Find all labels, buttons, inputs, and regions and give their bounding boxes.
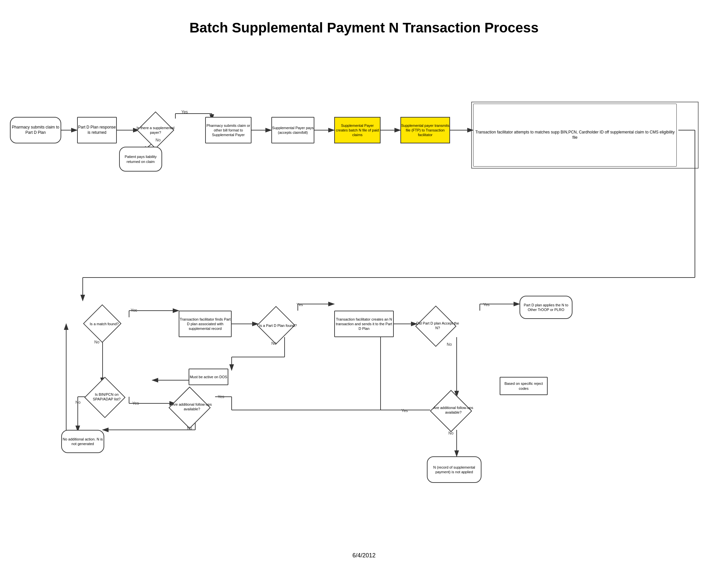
tf-finds-node: Transaction facilitator finds Part D pla… xyxy=(179,311,232,337)
part-d-response-node: Part D Plan response is returned xyxy=(77,117,117,143)
date-footer: 6/4/2012 xyxy=(0,552,728,559)
is-bin-pcn-label: Is BIN/PCN on SPAP/ADAP list? xyxy=(84,392,129,402)
pharmacy-start-node: Pharmacy submits claim to Part D Plan xyxy=(10,117,61,143)
supp-payer-pays-label: Supplemental Payer pays (accepts claim/b… xyxy=(272,125,314,135)
yes-label-supp: Yes xyxy=(181,110,188,114)
is-match-label: Is a match found? xyxy=(90,322,118,326)
patient-pays-node: Patient pays liability returned on claim xyxy=(119,147,162,171)
based-on-label: Based on specific reject codes xyxy=(500,381,547,391)
no-label-fu1: No xyxy=(187,426,192,431)
did-part-d-label: Did Part D plan Accept the N? xyxy=(415,321,460,331)
tf-creates-node: Transaction facilitator creates an N tra… xyxy=(334,311,394,337)
are-follow-ups-1-node: Are additional follow-ups available? xyxy=(169,390,215,423)
must-be-active-label: Must be active on DOS xyxy=(190,375,227,379)
is-part-d-node: Is a Part D Plan found? xyxy=(256,309,299,342)
page-title: Batch Supplemental Payment N Transaction… xyxy=(0,0,728,46)
supp-transmits-node: Supplemental payer transmits file (FTP) … xyxy=(400,117,450,143)
no-label-fu2: No xyxy=(448,431,453,436)
are-follow-ups-2-node: Are additional follow-ups available? xyxy=(430,394,477,427)
is-supplemental-node: Is there a supplemental payer? xyxy=(136,115,175,145)
yes-label-did: Yes xyxy=(483,303,490,307)
part-d-applies-node: Part D plan applies the N to Other TrOOP… xyxy=(520,296,572,319)
patient-pays-label: Patient pays liability returned on claim xyxy=(120,154,161,164)
part-d-applies-label: Part D plan applies the N to Other TrOOP… xyxy=(520,303,572,312)
is-supplemental-label: Is there a supplemental payer? xyxy=(136,125,175,135)
must-be-active-node: Must be active on DOS xyxy=(189,369,228,385)
no-additional-node: No additional action. N is not generated xyxy=(61,430,104,453)
part-d-response-label: Part D Plan response is returned xyxy=(78,125,116,135)
no-label-bin: No xyxy=(75,400,80,405)
based-on-node: Based on specific reject codes xyxy=(500,377,548,395)
is-bin-pcn-node: Is BIN/PCN on SPAP/ADAP list? xyxy=(84,380,129,413)
yes-label-fu2: Yes xyxy=(401,408,408,413)
supp-creates-label: Supplemental Payer creates batch N file … xyxy=(335,123,380,137)
tf-finds-label: Transaction facilitator finds Part D pla… xyxy=(179,317,231,331)
tf-attempts-label: Transaction facilitator attempts to matc… xyxy=(474,130,676,140)
no-label-match: No xyxy=(94,340,99,345)
no-label-did: No xyxy=(447,342,452,347)
pharmacy-submits-node: Pharmacy submits claim or other bill for… xyxy=(205,117,251,143)
are-follow-ups-1-label: Are additional follow-ups available? xyxy=(169,402,215,412)
supp-creates-node: Supplemental Payer creates batch N file … xyxy=(334,117,381,143)
tf-creates-label: Transaction facilitator creates an N tra… xyxy=(335,317,393,331)
is-part-d-label: Is a Part D Plan found? xyxy=(259,323,297,328)
pharmacy-submits-label: Pharmacy submits claim or other bill for… xyxy=(206,123,251,137)
pharmacy-start-label: Pharmacy submits claim to Part D Plan xyxy=(11,125,61,135)
tf-attempts-node: Transaction facilitator attempts to matc… xyxy=(473,104,677,166)
supp-payer-pays-node: Supplemental Payer pays (accepts claim/b… xyxy=(271,117,314,143)
yes-label-bin: Yes xyxy=(132,401,139,406)
n-record-label: N (record of supplemental payment) is no… xyxy=(428,465,481,475)
is-match-node: Is a match found? xyxy=(83,307,126,341)
yes-label-partd: Yes xyxy=(296,303,303,307)
are-follow-ups-2-label: Are additional follow-ups available? xyxy=(430,405,477,415)
supp-transmits-label: Supplemental payer transmits file (FTP) … xyxy=(401,123,449,137)
did-part-d-node: Did Part D plan Accept the N? xyxy=(415,309,460,342)
no-additional-label: No additional action. N is not generated xyxy=(62,437,104,446)
yes-label-fu1: Yes xyxy=(218,395,224,399)
n-record-node: N (record of supplemental payment) is no… xyxy=(427,456,481,483)
yes-label-match: Yes xyxy=(131,308,137,313)
